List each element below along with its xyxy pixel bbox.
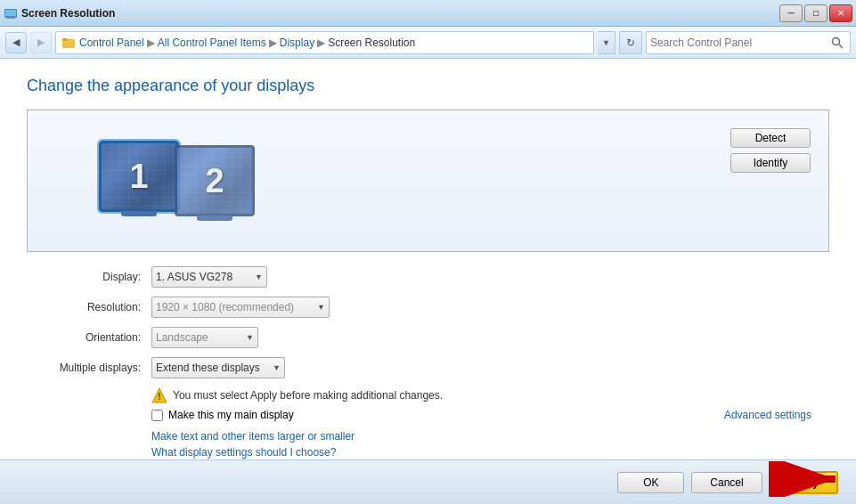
checkbox-advanced-row: Make this my main display Advanced setti… bbox=[27, 409, 829, 421]
breadcrumb-control-panel[interactable]: Control Panel bbox=[79, 37, 144, 49]
forward-button[interactable]: ▶ bbox=[30, 32, 52, 53]
display-row: Display: 1. ASUS VG278 ▼ bbox=[27, 266, 829, 288]
monitor-2[interactable]: 2 bbox=[175, 145, 255, 216]
breadcrumb-current: Screen Resolution bbox=[328, 37, 415, 49]
display-select[interactable]: 1. ASUS VG278 ▼ bbox=[151, 266, 267, 288]
detect-identify-buttons: Detect Identify bbox=[730, 128, 811, 173]
detect-button[interactable]: Detect bbox=[730, 128, 811, 148]
monitor-container: 1 2 bbox=[99, 136, 255, 216]
minimize-button[interactable]: ─ bbox=[779, 4, 803, 22]
identify-button[interactable]: Identify bbox=[730, 153, 811, 173]
window-wrapper: Screen Resolution ─ □ ✕ ◀ ▶ Control Pane… bbox=[0, 0, 856, 504]
multiple-displays-dropdown-arrow: ▼ bbox=[273, 363, 281, 372]
resolution-value: 1920 × 1080 (recommended) bbox=[156, 301, 312, 313]
svg-text:!: ! bbox=[158, 392, 160, 402]
resolution-label: Resolution: bbox=[27, 301, 151, 313]
display-value: 1. ASUS VG278 bbox=[156, 271, 249, 283]
orientation-label: Orientation: bbox=[27, 331, 151, 344]
orientation-row: Orientation: Landscape ▼ bbox=[27, 327, 829, 348]
search-button[interactable] bbox=[828, 34, 846, 52]
main-display-checkbox[interactable] bbox=[151, 410, 163, 421]
search-input[interactable] bbox=[650, 37, 828, 49]
ok-button[interactable]: OK bbox=[617, 472, 684, 493]
warning-row: ! You must select Apply before making ad… bbox=[151, 387, 829, 403]
multiple-displays-row: Multiple displays: Extend these displays… bbox=[27, 357, 829, 378]
orientation-value: Landscape bbox=[156, 331, 240, 344]
links-section: Make text and other items larger or smal… bbox=[151, 430, 829, 459]
resolution-row: Resolution: 1920 × 1080 (recommended) ▼ bbox=[27, 297, 829, 318]
breadcrumb-bar: Control Panel ▶ All Control Panel Items … bbox=[55, 31, 594, 54]
multiple-displays-select[interactable]: Extend these displays ▼ bbox=[151, 357, 285, 378]
monitor-1-number: 1 bbox=[129, 158, 148, 196]
display-dropdown-arrow: ▼ bbox=[255, 272, 263, 281]
multiple-displays-label: Multiple displays: bbox=[27, 362, 151, 374]
link-text-larger[interactable]: Make text and other items larger or smal… bbox=[151, 430, 829, 443]
advanced-settings-link[interactable]: Advanced settings bbox=[724, 409, 811, 421]
svg-rect-2 bbox=[7, 17, 14, 18]
title-bar-left: Screen Resolution bbox=[4, 6, 115, 20]
breadcrumb-dropdown-button[interactable]: ▼ bbox=[598, 31, 616, 54]
svg-line-7 bbox=[839, 45, 843, 48]
page-title: Change the appearance of your displays bbox=[27, 77, 829, 95]
apply-button[interactable]: Apply bbox=[770, 471, 838, 494]
multiple-displays-value: Extend these displays bbox=[156, 362, 267, 374]
monitor-2-number: 2 bbox=[205, 162, 224, 200]
main-content: Change the appearance of your displays 1… bbox=[0, 59, 856, 504]
orientation-dropdown-arrow: ▼ bbox=[246, 333, 254, 342]
breadcrumb-display[interactable]: Display bbox=[280, 37, 314, 49]
main-display-checkbox-row: Make this my main display bbox=[151, 409, 724, 421]
refresh-button[interactable]: ↻ bbox=[619, 31, 642, 54]
window-icon bbox=[4, 6, 18, 20]
cancel-button[interactable]: Cancel bbox=[691, 472, 762, 493]
title-bar-controls: ─ □ ✕ bbox=[779, 4, 852, 22]
maximize-button[interactable]: □ bbox=[804, 4, 827, 22]
title-bar: Screen Resolution ─ □ ✕ bbox=[0, 0, 856, 27]
svg-rect-3 bbox=[6, 18, 15, 19]
main-display-label[interactable]: Make this my main display bbox=[168, 409, 294, 421]
back-button[interactable]: ◀ bbox=[5, 32, 27, 53]
warning-icon: ! bbox=[151, 387, 167, 403]
breadcrumb-all-items[interactable]: All Control Panel Items bbox=[158, 37, 266, 49]
close-button[interactable]: ✕ bbox=[829, 4, 852, 22]
link-display-settings[interactable]: What display settings should I choose? bbox=[151, 446, 829, 459]
monitor-preview: 1 2 Detect Identify bbox=[27, 110, 829, 252]
window-title: Screen Resolution bbox=[21, 7, 115, 20]
folder-icon bbox=[61, 36, 76, 50]
svg-rect-1 bbox=[5, 10, 16, 16]
warning-text: You must select Apply before making addi… bbox=[173, 389, 443, 402]
search-box bbox=[646, 31, 851, 54]
address-bar: ◀ ▶ Control Panel ▶ All Control Panel It… bbox=[0, 27, 856, 59]
svg-point-6 bbox=[833, 37, 840, 45]
button-bar: OK Cancel Apply bbox=[0, 459, 856, 504]
resolution-select[interactable]: 1920 × 1080 (recommended) ▼ bbox=[151, 297, 330, 318]
orientation-select[interactable]: Landscape ▼ bbox=[151, 327, 258, 348]
search-icon bbox=[831, 37, 844, 49]
svg-rect-5 bbox=[62, 38, 68, 41]
monitor-1[interactable]: 1 bbox=[99, 141, 179, 212]
resolution-dropdown-arrow: ▼ bbox=[317, 303, 325, 312]
display-label: Display: bbox=[27, 271, 151, 283]
